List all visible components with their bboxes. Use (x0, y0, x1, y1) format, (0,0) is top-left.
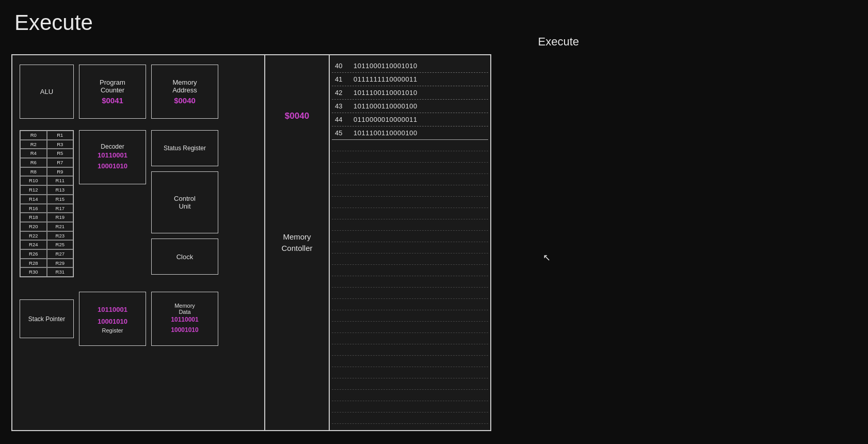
control-unit-label1: Control (174, 195, 196, 202)
memory-row-43: 43 1011000110000100 (332, 100, 488, 113)
ma-value: $0040 (174, 96, 196, 105)
page-title: Execute (14, 10, 93, 35)
memory-row-40: 40 1011000110001010 (332, 59, 488, 73)
memory-row-44: 44 0110000010000011 (332, 113, 488, 126)
empty-row-18 (332, 333, 488, 344)
reg-r27: R27 (47, 249, 74, 259)
control-unit-label2: Unit (179, 202, 190, 210)
reg-r31: R31 (47, 267, 74, 277)
reg-r23: R23 (47, 231, 74, 241)
empty-row-17 (332, 322, 488, 333)
ir-label: Register (102, 327, 123, 334)
pc-value: $0041 (102, 96, 123, 105)
reg-r21: R21 (47, 222, 74, 231)
empty-row-21 (332, 367, 488, 378)
ma-label1: Memory (173, 78, 197, 86)
reg-r11: R11 (47, 176, 74, 185)
reg-r24: R24 (20, 240, 47, 249)
reg-r14: R14 (20, 195, 47, 204)
empty-row-24 (332, 401, 488, 413)
empty-row-19 (332, 344, 488, 356)
reg-r25: R25 (47, 240, 74, 249)
reg-r4: R4 (20, 149, 47, 158)
empty-row-8 (332, 219, 488, 231)
empty-row-6 (332, 197, 488, 208)
empty-row-2 (332, 151, 488, 163)
reg-r29: R29 (47, 259, 74, 268)
memory-row-42: 42 1011100110001010 (332, 86, 488, 100)
memory-controller-section: $0040 Memory Contoller (265, 55, 330, 430)
empty-row-20 (332, 356, 488, 367)
stack-pointer-box: Stack Pointer (20, 299, 74, 338)
reg-r17: R17 (47, 204, 74, 213)
cpu-top-row: ALU Program Counter $0041 Memory Address… (20, 65, 257, 119)
empty-row-7 (332, 208, 488, 219)
reg-r5: R5 (47, 149, 74, 158)
empty-row-22 (332, 378, 488, 390)
reg-r6: R6 (20, 158, 47, 167)
memory-data-box: Memory Data 10110001 10001010 (151, 292, 218, 346)
reg-r1: R1 (47, 131, 74, 140)
clock-label: Clock (176, 253, 194, 261)
empty-row-14 (332, 288, 488, 299)
stack-pointer-label: Stack Pointer (28, 315, 65, 323)
decoder-binary2: 10001010 (98, 161, 127, 172)
md-label2: Data (179, 309, 190, 315)
decoder-binary1: 10110001 (98, 150, 127, 161)
ma-label2: Address (172, 86, 197, 94)
decoder-box: Decoder 10110001 10001010 (79, 130, 146, 184)
pc-label2: Counter (101, 86, 124, 94)
pc-label1: Program (100, 78, 125, 86)
reg-r0: R0 (20, 131, 47, 140)
right-controls: Status Register Control Unit Clock (151, 130, 218, 277)
cpu-bottom-area: Stack Pointer 10110001 10001010 Register… (20, 292, 257, 346)
empty-row-15 (332, 299, 488, 310)
decoder-label: Decoder (101, 143, 124, 150)
cursor: ↖ (543, 252, 551, 263)
empty-row-9 (332, 231, 488, 242)
mc-inner: $0040 Memory Contoller (265, 55, 329, 430)
reg-r16: R16 (20, 204, 47, 213)
empty-row-4 (332, 174, 488, 185)
register-file: R0 R1 R2 R3 R4 R5 R6 R7 R8 R9 R10 R11 R1… (20, 130, 74, 277)
program-counter-box: Program Counter $0041 (79, 65, 146, 119)
empty-row-11 (332, 253, 488, 265)
cpu-middle-area: R0 R1 R2 R3 R4 R5 R6 R7 R8 R9 R10 R11 R1… (20, 130, 257, 277)
reg-r18: R18 (20, 213, 47, 222)
reg-r19: R19 (47, 213, 74, 222)
md-binary2: 10001010 (171, 325, 198, 335)
memory-address-box: Memory Address $0040 (151, 65, 218, 119)
reg-r30: R30 (20, 267, 47, 277)
reg-r2: R2 (20, 140, 47, 149)
reg-r9: R9 (47, 167, 74, 177)
status-register-label: Status Register (164, 145, 206, 152)
diagram-container: ALU Program Counter $0041 Memory Address… (11, 54, 491, 431)
reg-r12: R12 (20, 185, 47, 195)
md-label1: Memory (174, 303, 195, 309)
reg-r26: R26 (20, 249, 47, 259)
sidebar-title: Execute (538, 35, 580, 49)
reg-r3: R3 (47, 140, 74, 149)
mc-label1: Memory (281, 231, 312, 243)
control-unit-box: Control Unit (151, 171, 218, 233)
reg-r15: R15 (47, 195, 74, 204)
memory-address-display: $0040 (285, 111, 309, 121)
alu-label: ALU (40, 88, 53, 96)
empty-row-13 (332, 276, 488, 288)
reg-r20: R20 (20, 222, 47, 231)
alu-box: ALU (20, 65, 74, 119)
clock-box: Clock (151, 239, 218, 275)
empty-row-3 (332, 163, 488, 174)
empty-row-5 (332, 185, 488, 197)
memory-row-45: 45 1011100110000100 (332, 126, 488, 140)
cpu-section: ALU Program Counter $0041 Memory Address… (12, 55, 265, 430)
empty-row-10 (332, 242, 488, 253)
empty-row-1 (332, 140, 488, 151)
memory-table-section: 40 1011000110001010 41 0111111110000011 … (330, 55, 490, 430)
mc-label2: Contoller (281, 243, 312, 255)
reg-r28: R28 (20, 259, 47, 268)
status-register-box: Status Register (151, 130, 218, 166)
empty-row-25 (332, 413, 488, 424)
memory-row-41: 41 0111111110000011 (332, 73, 488, 86)
reg-r13: R13 (47, 185, 74, 195)
